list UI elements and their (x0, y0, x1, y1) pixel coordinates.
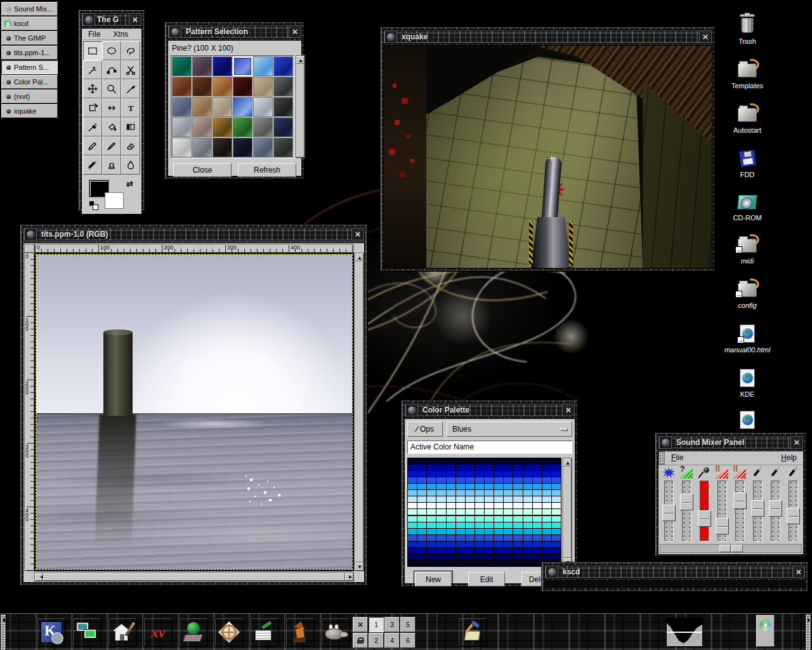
pattern-titlebar[interactable]: Pattern Selection × (167, 25, 302, 39)
palette-color-cell[interactable] (408, 535, 417, 541)
close-icon[interactable]: × (129, 13, 141, 26)
close-icon[interactable]: × (351, 228, 364, 241)
palette-color-cell[interactable] (542, 554, 551, 560)
palette-color-cell[interactable] (504, 465, 513, 470)
palette-color-cell[interactable] (436, 509, 445, 515)
palette-color-cell[interactable] (436, 535, 445, 541)
palette-color-cell[interactable] (494, 503, 503, 508)
task-button[interactable]: The GIMP (1, 31, 58, 45)
pencil-tool-button[interactable] (83, 136, 102, 156)
slider-handle[interactable] (769, 500, 782, 517)
pattern-swatch[interactable] (253, 77, 273, 96)
palette-color-cell[interactable] (436, 548, 445, 554)
task-button[interactable]: Pattern S... (1, 60, 58, 74)
palette-color-cell[interactable] (466, 541, 475, 547)
scroll-up-icon[interactable] (563, 458, 572, 467)
palette-color-cell[interactable] (513, 484, 522, 489)
palette-color-cell[interactable] (456, 496, 465, 502)
slider-handle[interactable] (787, 508, 800, 524)
image-vertical-scrollbar[interactable] (355, 253, 364, 571)
text-tool-button[interactable]: T (121, 98, 140, 117)
rect-select-tool-button[interactable] (83, 41, 102, 60)
launcher-toy-app[interactable] (285, 618, 315, 647)
palette-color-cell[interactable] (523, 509, 532, 515)
pattern-scroll-thumb[interactable] (296, 64, 304, 157)
pattern-swatch[interactable] (172, 56, 192, 76)
pattern-swatch[interactable] (233, 138, 252, 157)
palette-color-cell[interactable] (466, 509, 475, 515)
desktop-icon-KDE[interactable]: KDE (717, 367, 778, 398)
palette-color-cell[interactable] (533, 535, 542, 541)
task-button[interactable]: tits.ppm-1... (1, 46, 58, 60)
ellipse-select-tool-button[interactable] (102, 41, 121, 60)
pattern-swatch[interactable] (253, 138, 273, 157)
palette-color-cell[interactable] (427, 548, 436, 554)
palette-color-cell[interactable] (436, 529, 445, 534)
load-monitor-applet[interactable] (666, 618, 703, 647)
palette-color-cell[interactable] (542, 541, 551, 547)
palette-color-cell[interactable] (552, 516, 561, 522)
palette-color-cell[interactable] (542, 535, 551, 541)
palette-color-cell[interactable] (436, 458, 445, 464)
palette-color-cell[interactable] (523, 548, 532, 554)
pattern-swatch[interactable] (213, 117, 232, 137)
palette-color-cell[interactable] (466, 484, 475, 489)
palette-color-cell[interactable] (456, 516, 465, 522)
palette-color-cell[interactable] (447, 541, 455, 547)
palette-color-cell[interactable] (466, 496, 475, 502)
palette-color-cell[interactable] (427, 522, 436, 528)
palette-color-cell[interactable] (475, 490, 484, 496)
palette-color-cell[interactable] (417, 458, 426, 464)
palette-color-cell[interactable] (417, 516, 426, 522)
palette-color-cell[interactable] (475, 458, 484, 464)
palette-color-cell[interactable] (466, 490, 475, 496)
close-icon[interactable]: × (792, 566, 805, 578)
pager-desktop-2[interactable]: 2 (369, 633, 384, 648)
palette-color-cell[interactable] (494, 490, 503, 496)
palette-color-cell[interactable] (427, 503, 436, 508)
palette-titlebar[interactable]: Color Palette × (404, 403, 575, 417)
palette-color-cell[interactable] (427, 490, 436, 496)
desktop-icon-config[interactable]: →config (717, 278, 778, 309)
palette-color-cell[interactable] (447, 496, 455, 502)
image-canvas[interactable] (34, 253, 354, 571)
palette-color-cell[interactable] (513, 490, 522, 496)
clone-tool-button[interactable] (102, 156, 121, 175)
palette-color-cell[interactable] (504, 535, 513, 541)
palette-color-cell[interactable] (417, 509, 426, 515)
palette-color-cell[interactable] (466, 522, 475, 528)
pattern-swatch[interactable] (273, 56, 293, 76)
palette-color-cell[interactable] (494, 477, 503, 483)
palette-color-cell[interactable] (533, 477, 542, 483)
palette-color-cell[interactable] (504, 458, 513, 464)
palette-color-cell[interactable] (408, 548, 417, 554)
window-menu-button[interactable] (659, 436, 672, 449)
palette-color-cell[interactable] (523, 490, 532, 496)
palette-color-cell[interactable] (447, 458, 455, 464)
palette-color-cell[interactable] (494, 458, 503, 464)
palette-color-cell[interactable] (552, 554, 561, 560)
palette-color-cell[interactable] (427, 477, 436, 483)
kscd-titlebar[interactable]: kscd × (544, 565, 806, 579)
new-button[interactable]: New (415, 572, 452, 587)
palette-color-cell[interactable] (494, 541, 503, 547)
palette-color-cell[interactable] (408, 471, 417, 477)
window-menu-button[interactable] (24, 228, 37, 241)
pattern-swatch[interactable] (213, 138, 232, 157)
volume-slider[interactable] (735, 481, 745, 541)
close-button[interactable]: Close (173, 163, 232, 177)
menu-file[interactable]: File (665, 451, 690, 465)
menu-help[interactable]: Help (775, 451, 803, 465)
palette-color-cell[interactable] (447, 516, 455, 522)
palette-color-cell[interactable] (466, 503, 475, 508)
palette-color-cell[interactable] (494, 496, 503, 502)
palette-color-cell[interactable] (427, 484, 436, 489)
palette-color-cell[interactable] (408, 458, 417, 464)
palette-color-cell[interactable] (523, 541, 532, 547)
task-button[interactable]: (rxvt) (1, 90, 58, 103)
pager-desktop-1[interactable]: 1 (369, 617, 384, 632)
palette-color-cell[interactable] (504, 471, 513, 477)
palette-scrollbar[interactable] (563, 458, 572, 567)
palette-color-cell[interactable] (475, 554, 484, 560)
close-icon[interactable]: × (699, 30, 712, 43)
